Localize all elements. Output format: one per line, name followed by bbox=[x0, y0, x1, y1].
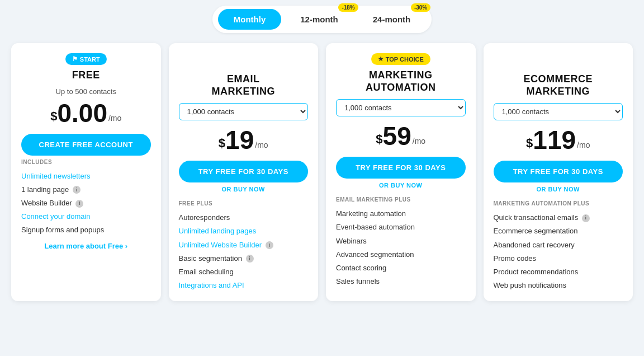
marketing-automation-price-dollar: $ bbox=[376, 132, 382, 147]
info-icon: i bbox=[266, 241, 273, 249]
learn-more-free-link[interactable]: Learn more about Free › bbox=[44, 242, 127, 250]
top-choice-badge: ★ TOP CHOICE bbox=[371, 53, 430, 65]
email-marketing-price-mo: /mo bbox=[255, 140, 268, 149]
info-icon: i bbox=[73, 186, 80, 194]
12month-tab[interactable]: -18% 12-month bbox=[285, 9, 354, 30]
list-item: Event-based automation bbox=[336, 221, 466, 234]
list-item: Ecommerce segmentation bbox=[494, 224, 623, 238]
ecommerce-marketing-price-mo: /mo bbox=[577, 140, 590, 149]
marketing-automation-price-amount: 59 bbox=[383, 123, 411, 149]
list-item: Product recommendations bbox=[494, 265, 623, 279]
list-item: Web push notifications bbox=[494, 279, 623, 292]
marketing-automation-or-buy[interactable]: OR BUY NOW bbox=[379, 182, 423, 189]
pricing-cards: ⚑ START FREE Up to 500 contacts $ 0.00 /… bbox=[11, 43, 633, 301]
list-item: Autoresponders bbox=[179, 211, 309, 224]
list-item: Quick transactional emails i bbox=[494, 211, 623, 224]
free-plan-card: ⚑ START FREE Up to 500 contacts $ 0.00 /… bbox=[11, 43, 161, 301]
email-marketing-price-row: $ 19 /mo bbox=[179, 127, 309, 153]
marketing-automation-cta-button[interactable]: TRY FREE FOR 30 DAYS bbox=[336, 157, 466, 179]
free-contacts-text: Up to 500 contacts bbox=[56, 87, 116, 96]
email-marketing-price-dollar: $ bbox=[219, 136, 225, 151]
list-item: Signup forms and popups bbox=[21, 223, 151, 237]
list-item: Connect your domain bbox=[21, 210, 151, 223]
list-item: Unlimited landing pages bbox=[179, 224, 309, 238]
info-icon: i bbox=[582, 214, 590, 222]
info-icon: i bbox=[75, 200, 83, 208]
ecommerce-marketing-price-row: $ 119 /mo bbox=[494, 127, 623, 153]
email-marketing-cta-button[interactable]: TRY FREE FOR 30 DAYS bbox=[179, 161, 309, 182]
free-cta-button[interactable]: CREATE FREE ACCOUNT bbox=[21, 134, 151, 156]
marketing-automation-price-mo: /mo bbox=[413, 137, 425, 146]
24month-tab[interactable]: -30% 24-month bbox=[357, 9, 427, 30]
ecommerce-marketing-plan-card: ECOMMERCEMARKETING 1,000 contacts 2,500 … bbox=[484, 43, 633, 301]
list-item: Advanced segmentation bbox=[336, 248, 466, 261]
marketing-automation-plan-name: MARKETINGAUTOMATION bbox=[366, 69, 435, 93]
ecommerce-marketing-cta-button[interactable]: TRY FREE FOR 30 DAYS bbox=[494, 161, 623, 182]
list-item: Webinars bbox=[336, 235, 466, 248]
free-features-list: Unlimited newsletters 1 landing page i W… bbox=[21, 170, 151, 237]
email-marketing-features-label: FREE PLUS bbox=[179, 200, 309, 207]
marketing-automation-plan-card: ★ TOP CHOICE MARKETINGAUTOMATION 1,000 c… bbox=[326, 43, 476, 301]
monthly-tab[interactable]: Monthly bbox=[218, 9, 282, 30]
flag-icon: ⚑ bbox=[72, 55, 78, 63]
email-marketing-or-buy[interactable]: OR BUY NOW bbox=[221, 186, 265, 193]
marketing-automation-features-list: Marketing automation Event-based automat… bbox=[336, 207, 466, 288]
list-item: 1 landing page i bbox=[21, 183, 151, 196]
email-marketing-contacts-select[interactable]: 1,000 contacts 2,500 contacts 5,000 cont… bbox=[179, 103, 309, 120]
ecommerce-marketing-contacts-select[interactable]: 1,000 contacts 2,500 contacts 5,000 cont… bbox=[494, 103, 623, 120]
email-marketing-features-list: Autoresponders Unlimited landing pages U… bbox=[179, 211, 309, 292]
billing-toggle: Monthly -18% 12-month -30% 24-month bbox=[212, 6, 432, 33]
12month-discount-badge: -18% bbox=[338, 3, 358, 12]
list-item: Marketing automation bbox=[336, 207, 466, 221]
list-item: Integrations and API bbox=[179, 279, 309, 292]
list-item: Unlimited newsletters bbox=[21, 170, 151, 183]
list-item: Email scheduling bbox=[179, 265, 309, 279]
info-icon: i bbox=[246, 255, 254, 263]
email-marketing-plan-card: EMAILMARKETING 1,000 contacts 2,500 cont… bbox=[169, 43, 319, 301]
ecommerce-marketing-features-label: MARKETING AUTOMATION PLUS bbox=[494, 200, 623, 207]
marketing-automation-contacts-select[interactable]: 1,000 contacts 2,500 contacts 5,000 cont… bbox=[336, 99, 466, 116]
marketing-automation-features-label: EMAIL MARKETING PLUS bbox=[336, 196, 466, 203]
list-item: Unlimited Website Builder i bbox=[179, 238, 309, 252]
free-price-mo: /mo bbox=[108, 114, 121, 123]
list-item: Contact scoring bbox=[336, 261, 466, 275]
ecommerce-marketing-price-amount: 119 bbox=[533, 127, 576, 153]
list-item: Sales funnels bbox=[336, 275, 466, 288]
marketing-automation-price-row: $ 59 /mo bbox=[336, 123, 466, 149]
ecommerce-marketing-price-dollar: $ bbox=[526, 136, 533, 151]
24month-discount-badge: -30% bbox=[411, 3, 430, 12]
free-price-amount: 0.00 bbox=[57, 100, 107, 126]
ecommerce-marketing-or-buy[interactable]: OR BUY NOW bbox=[536, 186, 580, 193]
ecommerce-marketing-plan-name: ECOMMERCEMARKETING bbox=[523, 73, 593, 97]
start-badge: ⚑ START bbox=[65, 53, 107, 65]
free-plan-name: FREE bbox=[72, 69, 100, 82]
free-price-dollar: $ bbox=[50, 109, 57, 124]
email-marketing-price-amount: 19 bbox=[225, 127, 254, 153]
ecommerce-marketing-features-list: Quick transactional emails i Ecommerce s… bbox=[494, 211, 623, 292]
free-features-label: INCLUDES bbox=[21, 159, 151, 165]
list-item: Basic segmentation i bbox=[179, 252, 309, 265]
free-price-row: $ 0.00 /mo bbox=[21, 100, 151, 126]
list-item: Promo codes bbox=[494, 252, 623, 265]
list-item: Abandoned cart recovery bbox=[494, 238, 623, 252]
list-item: Website Builder i bbox=[21, 196, 151, 210]
email-marketing-plan-name: EMAILMARKETING bbox=[212, 73, 276, 97]
star-icon: ★ bbox=[378, 55, 383, 63]
